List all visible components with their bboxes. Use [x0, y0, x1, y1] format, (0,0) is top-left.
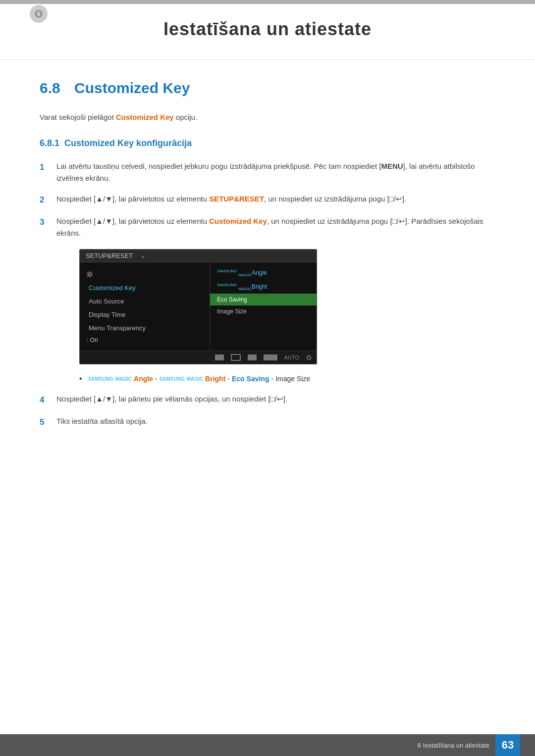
menu-customized-key: Customized Key	[80, 281, 210, 295]
bullet-list: SAMSUNGMAGICAngle - SAMSUNGMAGICBright -…	[79, 374, 495, 383]
step-2: 2 Nospiediet [▲/▼], lai pārvietotos uz e…	[40, 193, 495, 206]
customized-key-label: Customized Key	[209, 217, 267, 225]
bright-prefix: SAMSUNG	[160, 376, 185, 382]
bottom-auto-label: AUTO	[284, 354, 299, 360]
submenu-image-size: Image Size	[210, 305, 317, 317]
step-2-text: Nospiediet [▲/▼], lai pārvietotos uz ele…	[56, 193, 495, 205]
subsection-title: Customized Key konfigurācija	[64, 138, 192, 148]
step-4-number: 4	[40, 393, 54, 406]
svg-point-2	[88, 273, 91, 276]
section-title: Customized Key	[74, 80, 190, 96]
step-5: 5 Tiks iestatīta atlasītā opcija.	[40, 415, 495, 429]
step-1: 1 Lai atvērtu taustiņu ceļvedi, nospiedi…	[40, 160, 495, 184]
angle-prefix: SAMSUNG	[88, 376, 113, 382]
bottom-icon-4	[264, 354, 277, 360]
step-5-text: Tiks iestatīta atlasītā opcija.	[56, 415, 495, 427]
screen-title: SETUP&RESET	[86, 252, 133, 259]
footer-page-number: 63	[495, 734, 520, 756]
bright-magic: MAGIC	[187, 376, 203, 382]
step-3: 3 Nospiediet [▲/▼], lai pārvietotos uz e…	[40, 215, 495, 239]
intro-text-before: Varat sekojoši pielāgot	[40, 113, 116, 121]
angle-magic: MAGIC	[115, 376, 132, 382]
intro-text-after: opciju.	[174, 113, 198, 121]
bottom-icon-2	[231, 354, 241, 361]
menu-left: Customized Key Auto Source Display Time …	[80, 262, 210, 351]
screen-image: SETUP&RESET ▲ Customized Key Auto Source…	[79, 249, 317, 364]
chapter-icon: 6	[30, 5, 48, 23]
menu-menu-transparency: Menu Transparency	[80, 321, 210, 335]
section-heading: 6.8 Customized Key	[40, 80, 495, 97]
menu-auto-source: Auto Source	[80, 295, 210, 308]
subsection-number: 6.8.1	[40, 138, 59, 148]
bright-label: Bright	[205, 375, 225, 383]
intro-paragraph: Varat sekojoši pielāgot Customized Key o…	[40, 111, 495, 123]
screen-container: SETUP&RESET ▲ Customized Key Auto Source…	[79, 249, 317, 364]
submenu-angle: SAMSUNG MAGICAngle	[210, 266, 317, 280]
step-5-number: 5	[40, 415, 54, 429]
bottom-power-icon: ⏻	[306, 354, 312, 360]
page-header: Iestatīšana un atiestate	[0, 4, 535, 60]
steps-list: 1 Lai atvērtu taustiņu ceļvedi, nospiedi…	[40, 160, 495, 239]
screen-bottom-bar: AUTO ⏻	[80, 351, 317, 364]
separator-3: -	[271, 375, 273, 383]
intro-highlight: Customized Key	[116, 113, 174, 121]
screen-content: Customized Key Auto Source Display Time …	[80, 262, 317, 351]
step-2-number: 2	[40, 193, 54, 206]
menu-display-time: Display Time	[80, 308, 210, 321]
top-bar	[0, 0, 535, 4]
screen-status: : On	[80, 335, 210, 346]
menu-right: SAMSUNG MAGICAngle SAMSUNG MAGICBright E…	[210, 262, 317, 351]
subsection-heading: 6.8.1 Customized Key konfigurācija	[40, 138, 495, 149]
page-footer: 6 Iestatīšana un atiestate 63	[0, 734, 535, 756]
step-4: 4 Nospiediet [▲/▼], lai pārietu pie vēla…	[40, 393, 495, 406]
bullet-item-1: SAMSUNGMAGICAngle - SAMSUNGMAGICBright -…	[79, 374, 495, 383]
step-1-text: Lai atvērtu taustiņu ceļvedi, nospiediet…	[56, 160, 495, 184]
steps-list-continued: 4 Nospiediet [▲/▼], lai pārietu pie vēla…	[40, 393, 495, 429]
step-1-number: 1	[40, 160, 54, 174]
bottom-icon-1	[215, 354, 224, 360]
submenu-eco-saving: Eco Saving	[210, 294, 317, 305]
separator-2: -	[227, 375, 230, 383]
gear-icon	[86, 270, 94, 278]
footer-text: 6 Iestatīšana un atiestate	[418, 742, 489, 749]
eco-saving-label: Eco Saving	[232, 375, 269, 383]
menu-key: MENU	[381, 162, 403, 170]
screen-title-bar: SETUP&RESET ▲	[80, 250, 317, 262]
gear-row	[80, 267, 210, 281]
angle-label: Angle	[134, 375, 153, 383]
step-4-text: Nospiediet [▲/▼], lai pārietu pie vēlamā…	[56, 393, 495, 405]
setup-reset-label: SETUP&RESET	[209, 195, 264, 203]
section-number: 6.8	[40, 80, 60, 96]
page-title: Iestatīšana un atiestate	[0, 19, 535, 40]
step-3-number: 3	[40, 215, 54, 229]
separator-1: -	[155, 375, 158, 383]
bottom-icon-3	[248, 354, 257, 360]
svg-text:6: 6	[37, 11, 40, 17]
step-3-text: Nospiediet [▲/▼], lai pārvietotos uz ele…	[56, 215, 495, 239]
main-content: 6.8 Customized Key Varat sekojoši pielāg…	[0, 80, 535, 429]
submenu-bright: SAMSUNG MAGICBright	[210, 280, 317, 294]
image-size-label: Image Size	[275, 375, 310, 383]
